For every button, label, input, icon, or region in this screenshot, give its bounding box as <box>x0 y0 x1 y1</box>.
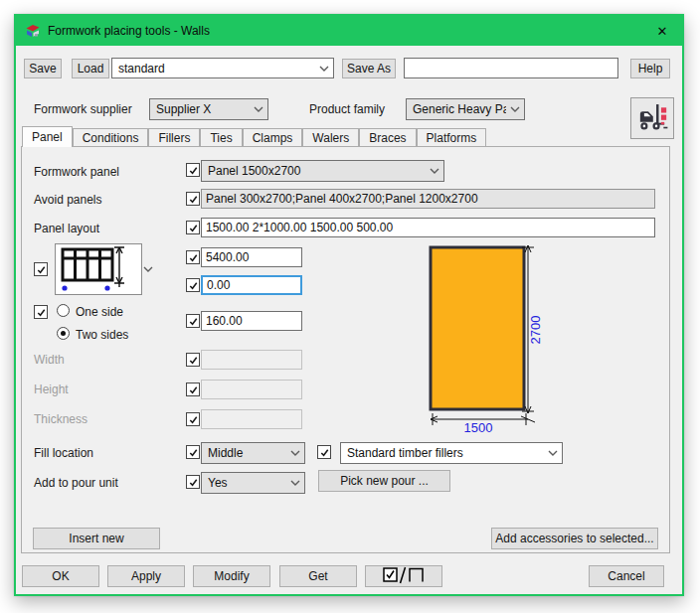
tab-panel[interactable]: Panel <box>22 126 73 147</box>
panel-grid-diagram-icon <box>56 243 141 296</box>
apply-button[interactable]: Apply <box>107 565 185 587</box>
preset-name-input[interactable] <box>404 58 618 78</box>
tab-clamps[interactable]: Clamps <box>243 128 303 147</box>
chevron-down-icon <box>548 450 558 456</box>
tab-conditions[interactable]: Conditions <box>73 128 149 147</box>
panel-layout-checkbox[interactable] <box>186 221 200 234</box>
panel-layout-label: Panel layout <box>34 222 99 235</box>
two-sides-radio[interactable] <box>57 327 70 340</box>
avoid-panels-label: Avoid panels <box>34 193 102 207</box>
chevron-down-icon <box>319 66 329 72</box>
insert-new-button[interactable]: Insert new <box>33 528 160 549</box>
one-side-radio[interactable] <box>57 304 70 317</box>
height-checkbox[interactable] <box>186 383 200 396</box>
window-title: Formwork placing tools - Walls <box>48 24 210 38</box>
total-length-input[interactable] <box>201 247 302 267</box>
fill-location-select[interactable]: Middle <box>201 442 305 464</box>
titlebar[interactable]: Formwork placing tools - Walls ✕ <box>16 16 682 46</box>
panel-rectangle <box>431 247 524 409</box>
cancel-button[interactable]: Cancel <box>589 565 664 587</box>
layout-picture-checkbox[interactable] <box>34 262 48 276</box>
pour-unit-checkbox[interactable] <box>186 475 200 489</box>
get-button[interactable]: Get <box>279 565 357 587</box>
product-family-select[interactable]: Generic Heavy Pane <box>406 98 525 120</box>
formwork-panel-select[interactable]: Panel 1500x2700 <box>201 160 444 182</box>
load-button[interactable]: Load <box>72 59 109 78</box>
tab-braces[interactable]: Braces <box>359 128 416 147</box>
thickness-input <box>201 409 302 429</box>
formwork-panel-checkbox[interactable] <box>186 163 200 177</box>
forklift-icon <box>634 100 670 137</box>
avoid-panels-checkbox[interactable] <box>186 192 200 206</box>
two-sides-label: Two sides <box>76 328 128 342</box>
preset-select[interactable]: standard <box>111 58 334 78</box>
tab-strip: Panel Conditions Fillers Ties Clamps Wal… <box>22 126 486 147</box>
pour-unit-label: Add to pour unit <box>34 476 118 490</box>
close-icon[interactable]: ✕ <box>642 16 682 46</box>
formwork-supplier-label: Formwork supplier <box>34 102 132 116</box>
thickness-checkbox[interactable] <box>186 412 200 426</box>
chevron-down-icon <box>430 168 439 174</box>
one-side-label: One side <box>76 305 123 319</box>
ok-button[interactable]: OK <box>22 565 99 587</box>
save-button[interactable]: Save <box>24 59 62 78</box>
chevron-down-icon <box>290 480 300 486</box>
sides-checkbox[interactable] <box>34 305 48 319</box>
spacing-input[interactable] <box>201 311 302 331</box>
tab-fillers[interactable]: Fillers <box>148 128 200 147</box>
chevron-down-icon <box>143 266 153 272</box>
chevron-down-icon <box>290 450 300 456</box>
total-length-checkbox[interactable] <box>186 250 200 264</box>
checked-unchecked-toggle-icon <box>382 566 426 587</box>
height-input <box>201 380 302 399</box>
add-accessories-button[interactable]: Add accessories to selected... <box>491 528 658 549</box>
offset-input[interactable] <box>201 275 302 295</box>
height-dimension-text: 2700 <box>528 316 543 345</box>
product-family-label: Product family <box>309 102 385 116</box>
forklift-button[interactable] <box>630 97 674 139</box>
component-cube-icon <box>25 23 41 39</box>
fill-location-label: Fill location <box>34 446 93 460</box>
toggle-checkboxes-button[interactable] <box>365 565 442 587</box>
fill-location-checkbox[interactable] <box>186 445 200 459</box>
width-checkbox[interactable] <box>186 353 200 367</box>
tab-walers[interactable]: Walers <box>302 128 359 147</box>
pick-new-pour-button[interactable]: Pick new pour ... <box>318 470 450 492</box>
chevron-down-icon <box>254 106 263 112</box>
panel-diagram: 2700 1500 <box>421 242 570 433</box>
formwork-supplier-select[interactable]: Supplier X <box>149 98 268 120</box>
formwork-placing-tools-dialog: Formwork placing tools - Walls ✕ Save Lo… <box>14 14 684 596</box>
offset-checkbox[interactable] <box>186 278 200 292</box>
panel-layout-input[interactable] <box>201 218 655 237</box>
chevron-down-icon <box>510 106 520 112</box>
formwork-panel-label: Formwork panel <box>34 165 119 179</box>
modify-button[interactable]: Modify <box>193 565 270 587</box>
filler-type-select[interactable]: Standard timber fillers <box>340 442 563 464</box>
width-dimension-text: 1500 <box>464 420 493 433</box>
avoid-panels-input[interactable] <box>201 189 655 209</box>
thickness-label: Thickness <box>34 412 88 426</box>
panel-layout-picture-select[interactable] <box>55 243 142 295</box>
save-as-button[interactable]: Save As <box>342 59 396 78</box>
width-input <box>201 350 302 370</box>
width-label: Width <box>34 353 65 367</box>
tab-ties[interactable]: Ties <box>200 128 242 147</box>
height-label: Height <box>34 383 69 396</box>
tab-platforms[interactable]: Platforms <box>417 128 487 147</box>
help-button[interactable]: Help <box>630 59 670 78</box>
pour-unit-select[interactable]: Yes <box>201 472 305 494</box>
spacing-checkbox[interactable] <box>186 314 200 328</box>
filler-type-checkbox[interactable] <box>317 445 331 459</box>
